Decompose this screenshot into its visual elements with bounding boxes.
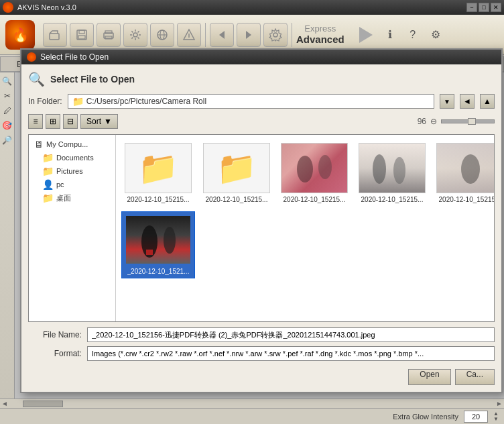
extra-glow-label: Extra Glow Intensity	[393, 413, 458, 421]
pictures-label: Pictures	[56, 167, 83, 175]
file-thumbnail	[125, 215, 192, 265]
sort-dropdown[interactable]: Sort ▼	[80, 114, 118, 129]
computer-label: My Compu...	[46, 140, 88, 148]
dialog-title-row: 🔍 Select File to Open	[28, 71, 495, 87]
svg-point-26	[164, 227, 176, 254]
title-bar-left: AKVIS Neon v.3.0	[3, 2, 76, 13]
image-preview	[437, 144, 494, 193]
computer-icon: 🖥	[34, 139, 44, 150]
tree-item-pc[interactable]: 👤 pc	[32, 178, 113, 191]
title-bar: AKVIS Neon v.3.0 − □ ✕	[0, 0, 504, 15]
file-thumbnail: 📁	[125, 143, 192, 193]
path-folder-icon: 📁	[72, 96, 84, 107]
window-controls: − □ ✕	[466, 3, 501, 12]
file-name-label: _2020-12-10_1521...	[127, 268, 190, 275]
dialog-overlay: Select File to Open 🔍 Select File to Ope…	[0, 15, 504, 408]
filename-label: File Name:	[28, 330, 82, 339]
glow-steppers[interactable]: ▲ ▼	[493, 411, 499, 422]
count-minus: ⊖	[430, 117, 437, 126]
file-item[interactable]: 2020-12-10_15215...	[434, 140, 494, 206]
file-item[interactable]: 📁 2020-12-10_15215...	[121, 140, 195, 206]
file-item[interactable]: 2020-12-10_15215...	[278, 140, 351, 206]
format-text: Images (*.crw *.cr2 *.rw2 *.raw *.orf *.…	[92, 350, 424, 358]
dialog-header: Select File to Open	[21, 50, 501, 64]
filename-row: File Name:	[28, 327, 495, 342]
folder-dropdown-btn[interactable]: ▼	[440, 94, 454, 109]
folder-path-display: 📁 C:/Users/pc/Pictures/Camera Roll	[68, 94, 434, 109]
folder-tree: 🖥 My Compu... 📁 Documents 📁 Pictures 👤 p…	[29, 135, 116, 321]
file-item[interactable]: 2020-12-10_15215...	[356, 140, 428, 206]
svg-rect-25	[146, 250, 153, 255]
image-preview	[281, 144, 347, 193]
extra-glow-control: Extra Glow Intensity 20 ▲ ▼	[393, 411, 499, 423]
file-name-label: 2020-12-10_15215...	[439, 196, 494, 203]
file-name-label: 2020-12-10_15215...	[206, 196, 268, 203]
desktop-folder-icon: 📁	[42, 193, 54, 203]
filename-input[interactable]	[87, 327, 495, 342]
open-file-icon: 🔍	[28, 71, 45, 87]
detail-view-btn[interactable]: ⊞	[46, 114, 60, 129]
file-open-dialog: Select File to Open 🔍 Select File to Ope…	[20, 48, 503, 393]
minimize-button[interactable]: −	[466, 3, 477, 12]
tree-item-pictures[interactable]: 📁 Pictures	[32, 164, 113, 178]
file-thumbnail	[436, 143, 494, 193]
glow-value-display: 20	[464, 411, 488, 423]
pictures-folder-icon: 📁	[42, 166, 54, 176]
count-value: 96	[418, 117, 426, 126]
file-item[interactable]: 📁 2020-12-10_15215...	[200, 140, 273, 206]
sort-arrow: ▼	[104, 117, 112, 126]
user-icon: 👤	[42, 179, 54, 190]
format-row: Format: Images (*.crw *.cr2 *.rw2 *.raw …	[28, 346, 495, 361]
status-bar: ready Extra Glow Intensity 20 ▲ ▼	[0, 408, 504, 424]
svg-rect-18	[281, 144, 348, 193]
slider-track	[441, 119, 495, 123]
format-display: Images (*.crw *.cr2 *.rw2 *.raw *.orf *.…	[87, 346, 495, 361]
tree-item-desktop[interactable]: 📁 桌面	[32, 191, 113, 205]
image-preview	[126, 216, 190, 264]
documents-folder-icon: 📁	[42, 152, 54, 163]
file-grid: 📁 2020-12-10_15215... 📁 2020-12-10_15215…	[116, 135, 494, 321]
svg-rect-23	[437, 144, 494, 193]
file-name-label: 2020-12-10_15215...	[361, 196, 424, 203]
tree-item-mycomputer[interactable]: 🖥 My Compu...	[32, 138, 113, 151]
file-item-selected[interactable]: _2020-12-10_1521...	[121, 211, 195, 278]
maximize-button[interactable]: □	[479, 3, 489, 12]
folder-icon: 📁	[138, 150, 178, 187]
folder-icon: 📁	[216, 150, 257, 187]
app-title: AKVIS Neon v.3.0	[17, 3, 76, 11]
sort-label: Sort	[86, 117, 101, 126]
dialog-actions: Open Ca...	[28, 369, 495, 385]
folder-path-row: In Folder: 📁 C:/Users/pc/Pictures/Camera…	[28, 94, 495, 109]
view-controls: ≡ ⊞ ⊟ Sort ▼ 96 ⊖	[28, 114, 495, 129]
close-button[interactable]: ✕	[491, 3, 501, 12]
list-view-btn[interactable]: ≡	[28, 114, 43, 129]
app-icon	[3, 2, 13, 13]
open-button[interactable]: Open	[408, 369, 450, 385]
format-label: Format:	[28, 349, 82, 358]
file-name-label: 2020-12-10_15215...	[127, 196, 190, 203]
zoom-slider[interactable]	[441, 119, 495, 123]
tree-item-documents[interactable]: 📁 Documents	[32, 151, 113, 164]
file-count: 96 ⊖	[418, 117, 495, 126]
dialog-header-icon	[27, 52, 36, 62]
dialog-title: Select File to Open	[40, 52, 109, 62]
file-thumbnail: 📁	[203, 143, 270, 193]
folder-path-text: C:/Users/pc/Pictures/Camera Roll	[86, 97, 206, 106]
dialog-bottom: File Name: Format: Images (*.crw *.cr2 *…	[28, 327, 495, 385]
thumbnail-view-btn[interactable]: ⊟	[63, 114, 78, 129]
file-thumbnail	[359, 143, 426, 193]
dialog-main-title: Select File to Open	[50, 74, 135, 85]
cancel-button[interactable]: Ca...	[455, 369, 495, 385]
folder-back-btn[interactable]: ◄	[460, 94, 475, 109]
slider-thumb	[468, 118, 476, 125]
folder-up-btn[interactable]: ▲	[480, 94, 495, 109]
folder-label: In Folder:	[28, 97, 62, 106]
file-thumbnail	[281, 143, 348, 193]
pc-label: pc	[56, 180, 64, 189]
image-preview	[359, 144, 425, 193]
glow-down-arrow[interactable]: ▼	[493, 417, 499, 422]
desktop-label: 桌面	[56, 193, 71, 203]
svg-rect-21	[359, 144, 426, 193]
file-name-label: 2020-12-10_15215...	[284, 196, 346, 203]
documents-label: Documents	[56, 154, 94, 162]
